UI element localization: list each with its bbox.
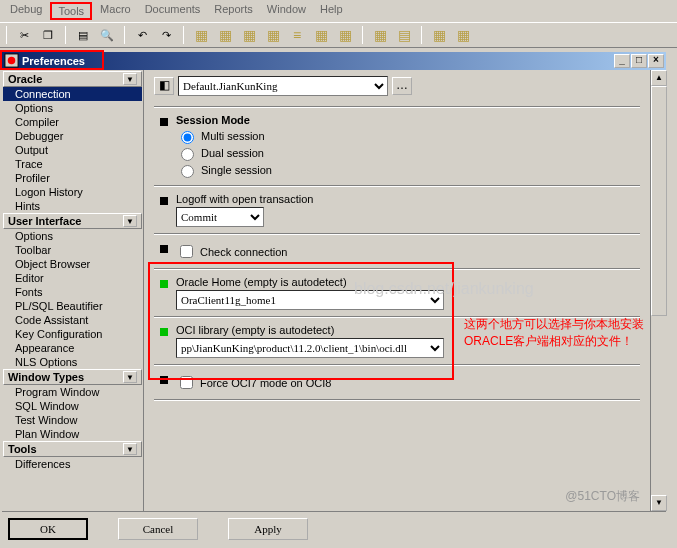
scroll-down-button[interactable]: ▼: [651, 495, 667, 511]
sidebar-item-differences[interactable]: Differences: [3, 457, 142, 471]
main-menubar: Debug Tools Macro Documents Reports Wind…: [0, 0, 677, 22]
radio-dual-session[interactable]: [181, 148, 194, 161]
cut-icon[interactable]: ✂: [15, 26, 33, 44]
oracle-home-label: Oracle Home (empty is autodetect): [176, 276, 640, 288]
db-icon-11[interactable]: ▦: [454, 26, 472, 44]
svg-point-1: [8, 57, 16, 65]
sidebar-item-logon-history[interactable]: Logon History: [3, 185, 142, 199]
bullet-green-icon: [160, 280, 168, 288]
radio-multi-session[interactable]: [181, 131, 194, 144]
chevron-down-icon[interactable]: ▼: [123, 371, 137, 383]
radio-dual-label: Dual session: [201, 147, 264, 159]
menu-macro[interactable]: Macro: [94, 2, 137, 20]
sidebar-item-nls[interactable]: NLS Options: [3, 355, 142, 369]
undo-icon[interactable]: ↶: [133, 26, 151, 44]
scrollbar[interactable]: ▲ ▼: [650, 70, 666, 511]
menu-window[interactable]: Window: [261, 2, 312, 20]
sidebar-item-connection[interactable]: Connection: [3, 87, 142, 101]
cat-window-types[interactable]: Window Types▼: [3, 369, 142, 385]
menu-reports[interactable]: Reports: [208, 2, 259, 20]
main-panel: ◧ Default.JianKunKing … Session Mode Mul…: [144, 70, 650, 511]
sidebar-item-plan-window[interactable]: Plan Window: [3, 427, 142, 441]
maximize-button[interactable]: □: [631, 54, 647, 68]
oci-library-select[interactable]: pp\JianKunKing\product\11.2.0\client_1\b…: [176, 338, 444, 358]
execute-icon[interactable]: ▦: [192, 26, 210, 44]
sidebar-item-fonts[interactable]: Fonts: [3, 285, 142, 299]
sidebar-item-appearance[interactable]: Appearance: [3, 341, 142, 355]
session-mode-title: Session Mode: [176, 114, 640, 126]
check-connection-checkbox[interactable]: [180, 245, 193, 258]
sidebar-item-compiler[interactable]: Compiler: [3, 115, 142, 129]
sidebar-item-trace[interactable]: Trace: [3, 157, 142, 171]
check-connection-label: Check connection: [200, 246, 287, 258]
category-sidebar: Oracle▼ Connection Options Compiler Debu…: [2, 70, 144, 511]
menu-help[interactable]: Help: [314, 2, 349, 20]
menu-documents[interactable]: Documents: [139, 2, 207, 20]
copy-icon[interactable]: ❐: [39, 26, 57, 44]
close-button[interactable]: ×: [648, 54, 664, 68]
radio-single-session[interactable]: [181, 165, 194, 178]
radio-multi-label: Multi session: [201, 130, 265, 142]
titlebar: Preferences _ □ ×: [2, 52, 666, 70]
bullet-icon: [160, 376, 168, 384]
sidebar-item-beautifier[interactable]: PL/SQL Beautifier: [3, 299, 142, 313]
preset-select[interactable]: Default.JianKunKing: [178, 76, 388, 96]
db-icon-6[interactable]: ▦: [312, 26, 330, 44]
oracle-home-select[interactable]: OraClient11g_home1: [176, 290, 444, 310]
db-icon-7[interactable]: ▦: [336, 26, 354, 44]
db-icon-5[interactable]: ≡: [288, 26, 306, 44]
watermark-blog: @51CTO博客: [565, 488, 640, 505]
sidebar-item-debugger[interactable]: Debugger: [3, 129, 142, 143]
sidebar-item-test-window[interactable]: Test Window: [3, 413, 142, 427]
apply-button[interactable]: Apply: [228, 518, 308, 540]
chevron-down-icon[interactable]: ▼: [123, 443, 137, 455]
force-oci7-checkbox[interactable]: [180, 376, 193, 389]
find-icon[interactable]: 🔍: [98, 26, 116, 44]
button-row: OK Cancel Apply: [2, 511, 666, 546]
window-title: Preferences: [22, 55, 85, 67]
sidebar-item-program-window[interactable]: Program Window: [3, 385, 142, 399]
sidebar-item-ui-options[interactable]: Options: [3, 229, 142, 243]
cat-tools[interactable]: Tools▼: [3, 441, 142, 457]
db-icon-9[interactable]: ▤: [395, 26, 413, 44]
bullet-green-icon: [160, 328, 168, 336]
paste-icon[interactable]: ▤: [74, 26, 92, 44]
sidebar-item-sql-window[interactable]: SQL Window: [3, 399, 142, 413]
minimize-button[interactable]: _: [614, 54, 630, 68]
sidebar-item-output[interactable]: Output: [3, 143, 142, 157]
sidebar-item-profiler[interactable]: Profiler: [3, 171, 142, 185]
chevron-down-icon[interactable]: ▼: [123, 73, 137, 85]
menu-tools[interactable]: Tools: [50, 2, 92, 20]
sidebar-item-code-assistant[interactable]: Code Assistant: [3, 313, 142, 327]
logoff-label: Logoff with open transaction: [176, 193, 640, 205]
scroll-thumb[interactable]: [651, 86, 667, 316]
sidebar-item-hints[interactable]: Hints: [3, 199, 142, 213]
sidebar-item-key-config[interactable]: Key Configuration: [3, 327, 142, 341]
force-oci7-label: Force OCI7 mode on OCI8: [200, 377, 331, 389]
sidebar-item-toolbar[interactable]: Toolbar: [3, 243, 142, 257]
cat-oracle[interactable]: Oracle▼: [3, 71, 142, 87]
db-icon-8[interactable]: ▦: [371, 26, 389, 44]
chevron-down-icon[interactable]: ▼: [123, 215, 137, 227]
redo-icon[interactable]: ↷: [157, 26, 175, 44]
scroll-up-button[interactable]: ▲: [651, 70, 667, 86]
main-toolbar: ✂ ❐ ▤ 🔍 ↶ ↷ ▦ ▦ ▦ ▦ ≡ ▦ ▦ ▦ ▤ ▦ ▦: [0, 22, 677, 48]
bullet-icon: [160, 197, 168, 205]
bullet-icon: [160, 245, 168, 253]
cancel-button[interactable]: Cancel: [118, 518, 198, 540]
db-icon-2[interactable]: ▦: [216, 26, 234, 44]
cat-user-interface[interactable]: User Interface▼: [3, 213, 142, 229]
ok-button[interactable]: OK: [8, 518, 88, 540]
sidebar-item-editor[interactable]: Editor: [3, 271, 142, 285]
preset-more-button[interactable]: …: [392, 77, 412, 95]
sidebar-item-object-browser[interactable]: Object Browser: [3, 257, 142, 271]
db-icon-10[interactable]: ▦: [430, 26, 448, 44]
radio-single-label: Single session: [201, 164, 272, 176]
preset-icon[interactable]: ◧: [154, 77, 174, 95]
sidebar-item-options[interactable]: Options: [3, 101, 142, 115]
db-icon-3[interactable]: ▦: [240, 26, 258, 44]
logoff-select[interactable]: Commit: [176, 207, 264, 227]
menu-debug[interactable]: Debug: [4, 2, 48, 20]
db-icon-4[interactable]: ▦: [264, 26, 282, 44]
app-icon: [4, 53, 19, 68]
